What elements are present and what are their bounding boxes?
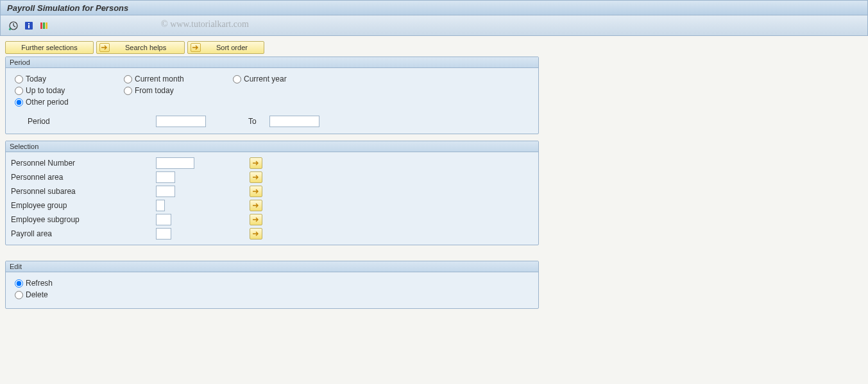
radio-other-period[interactable] xyxy=(15,98,23,107)
input-employee-group[interactable] xyxy=(156,200,165,211)
label-employee-subgroup: Employee subgroup xyxy=(11,215,156,224)
input-personnel-number[interactable] xyxy=(156,157,194,169)
svg-rect-5 xyxy=(28,25,30,28)
edit-group: Edit Refresh Delete xyxy=(5,261,539,309)
input-employee-subgroup[interactable] xyxy=(156,214,171,225)
label-payroll-area: Payroll area xyxy=(11,229,156,238)
selection-row-personnel-area: Personnel area xyxy=(11,170,533,184)
multi-select-employee-group[interactable] xyxy=(250,200,262,211)
arrow-right-icon xyxy=(99,43,110,52)
svg-rect-4 xyxy=(28,23,30,24)
label-personnel-subarea: Personnel subarea xyxy=(11,187,156,196)
execute-icon[interactable] xyxy=(7,19,20,32)
label-current-month: Current month xyxy=(135,74,184,83)
multi-select-personnel-number[interactable] xyxy=(250,157,262,169)
radio-today[interactable] xyxy=(15,75,23,83)
period-from-input[interactable] xyxy=(156,116,206,127)
label-today: Today xyxy=(26,74,46,83)
selection-row-personnel-number: Personnel Number xyxy=(11,156,533,170)
svg-rect-7 xyxy=(43,22,45,29)
svg-rect-8 xyxy=(46,22,47,29)
button-row: Further selections Search helps Sort ord… xyxy=(5,41,863,54)
label-other-period: Other period xyxy=(26,98,69,107)
radio-refresh[interactable] xyxy=(15,279,23,288)
multi-select-personnel-subarea[interactable] xyxy=(250,186,262,197)
selection-group: Selection Personnel Number Personnel are… xyxy=(5,141,539,245)
sort-order-button[interactable]: Sort order xyxy=(187,41,264,54)
selection-row-payroll-area: Payroll area xyxy=(11,227,533,241)
radio-from-today[interactable] xyxy=(124,87,132,95)
period-to-input[interactable] xyxy=(269,116,319,127)
selection-row-personnel-subarea: Personnel subarea xyxy=(11,184,533,198)
radio-current-year[interactable] xyxy=(233,75,241,83)
search-helps-label: Search helps xyxy=(125,44,166,51)
info-icon[interactable] xyxy=(22,19,35,32)
label-from-today: From today xyxy=(135,86,174,95)
period-group-title: Period xyxy=(6,57,538,68)
svg-line-2 xyxy=(13,26,15,27)
selection-row-employee-subgroup: Employee subgroup xyxy=(11,213,533,227)
variant-icon[interactable] xyxy=(38,19,51,32)
label-refresh: Refresh xyxy=(26,279,53,288)
content-area: Further selections Search helps Sort ord… xyxy=(0,36,868,320)
label-up-to-today: Up to today xyxy=(26,86,65,95)
label-current-year: Current year xyxy=(244,74,287,83)
label-employee-group: Employee group xyxy=(11,201,156,210)
input-payroll-area[interactable] xyxy=(156,228,171,240)
page-title: Payroll Simulation for Persons xyxy=(7,3,128,13)
label-personnel-area: Personnel area xyxy=(11,173,156,182)
period-label: Period xyxy=(15,117,156,126)
radio-current-month[interactable] xyxy=(124,75,132,83)
radio-delete[interactable] xyxy=(15,291,23,299)
further-selections-button[interactable]: Further selections xyxy=(5,41,94,54)
header-bar: Payroll Simulation for Persons xyxy=(0,0,868,15)
toolbar: © www.tutorialkart.com xyxy=(0,15,868,36)
selection-group-title: Selection xyxy=(6,141,538,152)
multi-select-personnel-area[interactable] xyxy=(250,171,262,183)
label-delete: Delete xyxy=(26,290,48,299)
multi-select-payroll-area[interactable] xyxy=(250,228,262,240)
multi-select-employee-subgroup[interactable] xyxy=(250,214,262,225)
arrow-right-icon xyxy=(191,43,201,52)
period-to-label: To xyxy=(248,117,257,126)
period-group: Period Today Current month Current year xyxy=(5,57,539,134)
search-helps-button[interactable]: Search helps xyxy=(96,41,185,54)
label-personnel-number: Personnel Number xyxy=(11,159,156,168)
selection-row-employee-group: Employee group xyxy=(11,198,533,213)
input-personnel-subarea[interactable] xyxy=(156,186,175,197)
sort-order-label: Sort order xyxy=(216,44,248,51)
radio-up-to-today[interactable] xyxy=(15,87,23,95)
further-selections-label: Further selections xyxy=(21,44,77,51)
input-personnel-area[interactable] xyxy=(156,171,175,183)
edit-group-title: Edit xyxy=(6,261,538,272)
watermark: © www.tutorialkart.com xyxy=(161,19,249,30)
svg-rect-6 xyxy=(40,22,42,29)
